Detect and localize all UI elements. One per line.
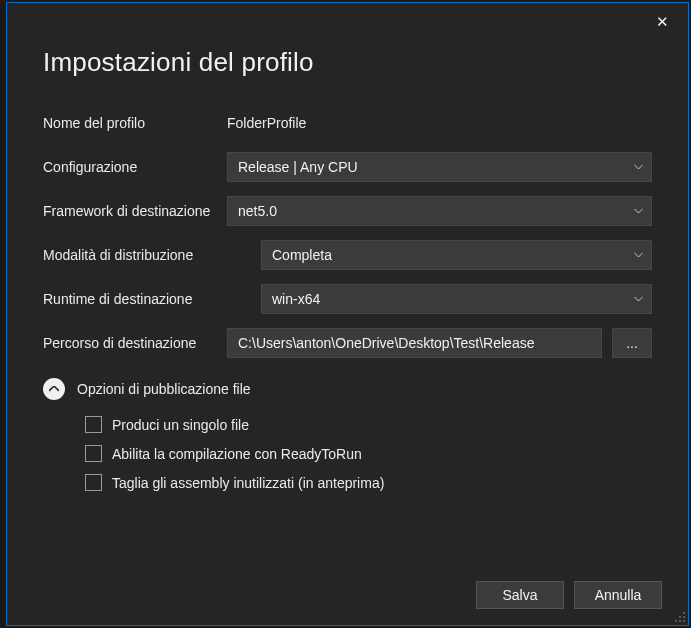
- svg-point-0: [683, 612, 685, 614]
- label-profile-name: Nome del profilo: [43, 115, 227, 131]
- save-button-label: Salva: [502, 587, 537, 603]
- cancel-button-label: Annulla: [595, 587, 642, 603]
- checkbox-trim-assemblies-label: Taglia gli assembly inutilizzati (in ant…: [112, 475, 384, 491]
- select-target-runtime[interactable]: win-x64: [261, 284, 652, 314]
- select-target-framework-value: net5.0: [238, 203, 277, 219]
- checkbox-ready-to-run-label: Abilita la compilazione con ReadyToRun: [112, 446, 362, 462]
- option-ready-to-run: Abilita la compilazione con ReadyToRun: [85, 445, 652, 462]
- label-deployment-mode: Modalità di distribuzione: [43, 247, 261, 263]
- select-deployment-mode[interactable]: Completa: [261, 240, 652, 270]
- row-deployment-mode: Modalità di distribuzione Completa: [43, 240, 652, 270]
- row-configuration: Configurazione Release | Any CPU: [43, 152, 652, 182]
- row-profile-name: Nome del profilo FolderProfile: [43, 108, 652, 138]
- svg-point-2: [683, 616, 685, 618]
- svg-point-1: [679, 616, 681, 618]
- publish-options-expander[interactable]: Opzioni di pubblicazione file: [43, 378, 652, 400]
- checkbox-single-file[interactable]: [85, 416, 102, 433]
- save-button[interactable]: Salva: [476, 581, 564, 609]
- checkbox-single-file-label: Produci un singolo file: [112, 417, 249, 433]
- option-single-file: Produci un singolo file: [85, 416, 652, 433]
- close-icon: ✕: [656, 13, 669, 31]
- select-target-framework[interactable]: net5.0: [227, 196, 652, 226]
- resize-grip-icon[interactable]: [672, 609, 686, 623]
- close-button[interactable]: ✕: [646, 9, 678, 35]
- chevron-down-icon: [634, 209, 643, 214]
- select-configuration-value: Release | Any CPU: [238, 159, 358, 175]
- profile-settings-dialog: ✕ Impostazioni del profilo Nome del prof…: [6, 2, 689, 626]
- row-target-path: Percorso di destinazione C:\Users\anton\…: [43, 328, 652, 358]
- svg-point-5: [683, 620, 685, 622]
- label-target-framework: Framework di destinazione: [43, 203, 227, 219]
- row-target-runtime: Runtime di destinazione win-x64: [43, 284, 652, 314]
- cancel-button[interactable]: Annulla: [574, 581, 662, 609]
- dialog-content: Impostazioni del profilo Nome del profil…: [7, 3, 688, 491]
- chevron-down-icon: [634, 297, 643, 302]
- value-profile-name: FolderProfile: [227, 115, 306, 131]
- browse-button[interactable]: ...: [612, 328, 652, 358]
- svg-point-4: [679, 620, 681, 622]
- chevron-down-icon: [634, 253, 643, 258]
- select-deployment-mode-value: Completa: [272, 247, 332, 263]
- chevron-up-circle-icon: [43, 378, 65, 400]
- select-configuration[interactable]: Release | Any CPU: [227, 152, 652, 182]
- publish-options-list: Produci un singolo file Abilita la compi…: [43, 416, 652, 491]
- input-target-path[interactable]: C:\Users\anton\OneDrive\Desktop\Test\Rel…: [227, 328, 602, 358]
- svg-point-3: [675, 620, 677, 622]
- row-target-framework: Framework di destinazione net5.0: [43, 196, 652, 226]
- publish-options-label: Opzioni di pubblicazione file: [77, 381, 251, 397]
- checkbox-ready-to-run[interactable]: [85, 445, 102, 462]
- label-configuration: Configurazione: [43, 159, 227, 175]
- label-target-runtime: Runtime di destinazione: [43, 291, 261, 307]
- input-target-path-value: C:\Users\anton\OneDrive\Desktop\Test\Rel…: [238, 335, 534, 351]
- option-trim-assemblies: Taglia gli assembly inutilizzati (in ant…: [85, 474, 652, 491]
- checkbox-trim-assemblies[interactable]: [85, 474, 102, 491]
- dialog-title: Impostazioni del profilo: [43, 47, 652, 78]
- select-target-runtime-value: win-x64: [272, 291, 320, 307]
- dialog-footer: Salva Annulla: [476, 581, 662, 609]
- label-target-path: Percorso di destinazione: [43, 335, 227, 351]
- chevron-down-icon: [634, 165, 643, 170]
- browse-button-label: ...: [626, 335, 638, 351]
